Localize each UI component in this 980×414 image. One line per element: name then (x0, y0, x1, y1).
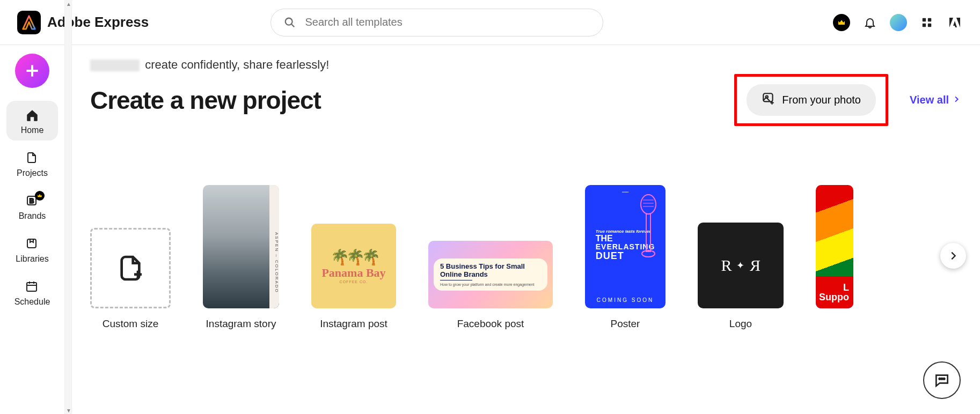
main-content: create confidently, share fearlessly! Cr… (64, 45, 980, 414)
svg-point-26 (941, 378, 943, 380)
home-icon (25, 108, 39, 122)
facebook-post-thumb: 5 Business Tips for Small Online Brands … (428, 241, 553, 308)
help-chat-button[interactable] (923, 361, 961, 399)
svg-point-27 (944, 378, 945, 380)
sidebar-item-libraries[interactable]: Libraries (6, 230, 58, 269)
sidebar: Home Projects B Brands Libraries (0, 45, 64, 414)
scroll-up-icon[interactable]: ▲ (65, 0, 72, 8)
svg-rect-11 (27, 283, 36, 291)
palm-icon: 🌴🌴🌴 (331, 248, 377, 266)
search-icon (282, 14, 298, 31)
svg-rect-23 (646, 214, 650, 252)
carousel-next-button[interactable] (940, 243, 966, 269)
sidebar-item-label: Libraries (16, 254, 48, 264)
card-instagram-post[interactable]: 🌴🌴🌴 Panama Bay COFFEE CO. Instagram post (311, 224, 396, 330)
sidebar-item-projects[interactable]: Projects (6, 144, 58, 183)
from-your-photo-button[interactable]: From your photo (747, 84, 876, 116)
greeting-suffix: create confidently, share fearlessly! (145, 58, 329, 71)
card-label: Facebook post (457, 318, 524, 330)
sidebar-item-brands[interactable]: B Brands (6, 187, 58, 226)
svg-point-25 (939, 378, 941, 380)
app-name: Adobe Express (47, 14, 149, 31)
sidebar-item-label: Projects (17, 168, 48, 178)
sidebar-item-home[interactable]: Home (6, 101, 58, 141)
card-label (833, 318, 836, 330)
svg-point-22 (641, 195, 656, 214)
card-custom-size[interactable]: Custom size (90, 228, 171, 330)
ampersand-icon: ✦ (736, 260, 745, 271)
card-label: Custom size (103, 318, 159, 330)
card-label: Logo (729, 318, 752, 330)
svg-rect-3 (928, 18, 931, 21)
chat-icon (933, 372, 950, 389)
chevron-right-icon (952, 94, 961, 106)
card-label: Poster (611, 318, 640, 330)
card-facebook-post[interactable]: 5 Business Tips for Small Online Brands … (428, 241, 553, 330)
svg-point-0 (285, 18, 292, 25)
sidebar-item-label: Schedule (14, 297, 50, 307)
card-poster[interactable]: •••••• True romance lasts forever THE EV… (585, 185, 665, 330)
sidebar-item-schedule[interactable]: Schedule (6, 272, 58, 312)
search-bar (270, 9, 603, 36)
redacted-name (90, 60, 140, 71)
card-partial[interactable]: L Suppo (816, 185, 853, 330)
microphone-icon (638, 194, 659, 258)
create-new-button[interactable] (15, 54, 49, 88)
premium-crown-icon[interactable] (833, 14, 850, 31)
search-input-wrap[interactable] (270, 9, 603, 36)
svg-text:B: B (30, 197, 34, 205)
user-avatar[interactable] (890, 14, 907, 31)
greeting-text: create confidently, share fearlessly! (90, 58, 961, 72)
svg-rect-2 (923, 18, 926, 21)
calendar-icon (25, 280, 39, 294)
thumb-text: COMING SOON (597, 297, 654, 303)
thumb-text: COFFEE CO. (340, 280, 368, 284)
page-heading: Create a new project (90, 86, 321, 115)
template-cards-row: Custom size ASPEN – COLORADO Instagram s… (90, 185, 961, 330)
card-logo[interactable]: R ✦ R Logo (698, 223, 784, 330)
card-instagram-story[interactable]: ASPEN – COLORADO Instagram story (203, 185, 279, 330)
thumb-text: 5 Business Tips for Small Online Brands (440, 263, 541, 279)
poster-thumb: •••••• True romance lasts forever THE EV… (585, 185, 665, 308)
instagram-post-thumb: 🌴🌴🌴 Panama Bay COFFEE CO. (311, 224, 396, 308)
heading-row: Create a new project From your photo Vie… (90, 74, 961, 126)
from-your-photo-label: From your photo (782, 94, 861, 106)
premium-badge-icon (35, 191, 45, 201)
card-label: Instagram story (206, 318, 276, 330)
logo-thumb: R ✦ R (698, 223, 784, 308)
view-all-label: View all (910, 94, 949, 106)
thumb-text: Suppo (819, 292, 849, 302)
thumb-text: L (819, 283, 849, 292)
instagram-story-thumb: ASPEN – COLORADO (203, 185, 279, 308)
image-plus-icon (762, 92, 776, 108)
adobe-express-logo-icon (17, 11, 41, 34)
annotation-highlight-box: From your photo (734, 74, 888, 126)
chevron-right-icon (947, 250, 959, 262)
header-actions (833, 14, 963, 31)
svg-rect-10 (27, 239, 36, 248)
rainbow-thumb: L Suppo (816, 185, 853, 308)
sidebar-item-label: Home (21, 125, 44, 135)
sidebar-item-label: Brands (19, 211, 46, 221)
thumb-text: R (749, 256, 760, 275)
thumb-text: Panama Bay (321, 266, 385, 280)
card-label: Instagram post (320, 318, 387, 330)
libraries-icon (25, 237, 39, 251)
notifications-bell-icon[interactable] (862, 14, 878, 31)
thumb-text: R (721, 256, 733, 275)
header: Adobe Express (0, 0, 980, 45)
custom-size-thumb (90, 228, 171, 308)
app-logo[interactable]: Adobe Express (17, 11, 149, 34)
adobe-logo-icon[interactable] (947, 14, 963, 31)
svg-line-1 (291, 24, 294, 27)
view-all-link[interactable]: View all (910, 94, 961, 106)
thumb-text: How to grow your platform and create mor… (440, 283, 541, 286)
search-input[interactable] (305, 16, 592, 28)
app-switcher-icon[interactable] (919, 14, 935, 31)
svg-rect-5 (928, 23, 931, 26)
file-icon (25, 151, 39, 165)
thumb-text: ASPEN – COLORADO (269, 185, 279, 308)
body: Home Projects B Brands Libraries (0, 45, 980, 414)
brands-icon: B (25, 194, 39, 208)
svg-rect-4 (923, 23, 926, 26)
